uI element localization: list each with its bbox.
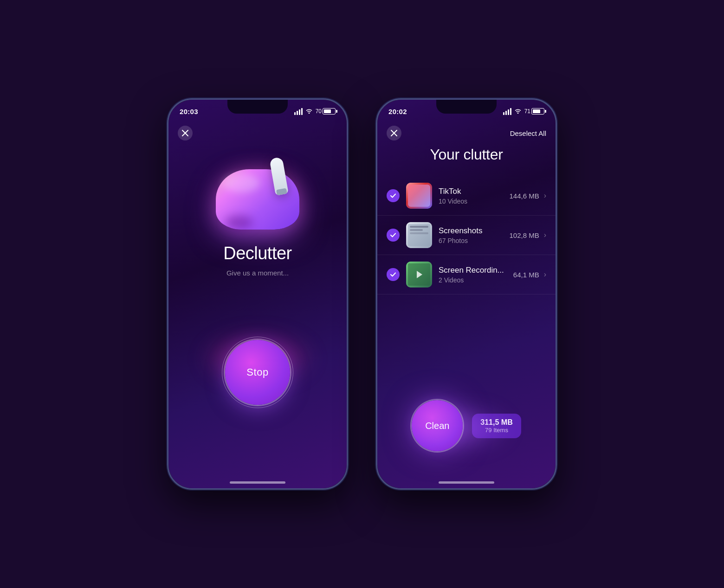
header-row: Deselect All — [377, 126, 556, 141]
declutter-title: Declutter — [168, 243, 347, 263]
thumb-tiktok — [406, 183, 432, 209]
count-recording: 2 Videos — [439, 276, 513, 284]
size-screenshots: 102,8 MB — [509, 231, 539, 239]
deselect-all-button[interactable]: Deselect All — [510, 129, 546, 137]
home-indicator-left — [230, 481, 285, 484]
thumb-recording — [406, 262, 432, 288]
count-tiktok: 10 Videos — [439, 198, 509, 205]
app-icon-body — [216, 169, 299, 230]
battery-percent-right: 71 — [524, 108, 530, 115]
stop-button-label: Stop — [246, 366, 268, 378]
info-tiktok: TikTok 10 Videos — [439, 187, 509, 205]
app-icon — [216, 155, 299, 230]
name-screenshots: Screenshots — [439, 226, 509, 236]
phone-left-screen: 20:03 70 — [168, 100, 347, 488]
info-screenshots: Screenshots 67 Photos — [439, 226, 509, 244]
clutter-item-tiktok[interactable]: TikTok 10 Videos 144,6 MB › — [377, 176, 556, 216]
close-button-left[interactable] — [178, 126, 193, 141]
phone-right-screen: 20:02 71 — [377, 100, 556, 488]
bottom-clean-area: Clean 311,5 MB 79 Items — [377, 400, 556, 451]
chevron-recording: › — [544, 270, 546, 279]
clutter-list: TikTok 10 Videos 144,6 MB › — [377, 176, 556, 294]
check-screenshots[interactable] — [387, 229, 400, 242]
name-recording: Screen Recordin... — [439, 266, 513, 275]
close-button-right[interactable] — [387, 126, 401, 141]
count-screenshots: 67 Photos — [439, 237, 509, 244]
notch-left — [227, 100, 288, 114]
size-recording: 64,1 MB — [513, 271, 539, 279]
check-recording[interactable] — [387, 268, 400, 281]
info-recording: Screen Recordin... 2 Videos — [439, 266, 513, 284]
battery-left: 70 — [316, 108, 336, 115]
status-icons-left: 70 — [294, 108, 336, 115]
clutter-item-screenshots[interactable]: Screenshots 67 Photos 102,8 MB › — [377, 216, 556, 255]
battery-right: 71 — [524, 108, 544, 115]
wifi-icon-left — [305, 108, 313, 115]
home-indicator-right — [439, 481, 494, 484]
stop-button[interactable]: Stop — [225, 340, 290, 405]
clean-button[interactable]: Clean — [412, 400, 463, 451]
phone-right-background: 20:02 71 — [377, 100, 556, 488]
thumb-screenshots — [406, 222, 432, 248]
signal-icon-right — [503, 108, 511, 115]
time-left: 20:03 — [180, 108, 198, 115]
chevron-screenshots: › — [544, 231, 546, 239]
notch-right — [436, 100, 497, 114]
wifi-icon-right — [514, 108, 522, 115]
size-tiktok: 144,6 MB — [509, 192, 539, 200]
time-right: 20:02 — [388, 108, 407, 115]
status-icons-right: 71 — [503, 108, 544, 115]
phone-right: 20:02 71 — [376, 98, 557, 490]
check-tiktok[interactable] — [387, 189, 400, 202]
clutter-item-recording[interactable]: Screen Recordin... 2 Videos 64,1 MB › — [377, 255, 556, 294]
clean-button-label: Clean — [425, 421, 449, 431]
phone-left-background: 20:03 70 — [168, 100, 347, 488]
battery-percent-left: 70 — [316, 108, 322, 115]
signal-icon-left — [294, 108, 303, 115]
clutter-page-title: Your clutter — [377, 146, 556, 163]
name-tiktok: TikTok — [439, 187, 509, 196]
declutter-subtitle: Give us a moment... — [168, 269, 347, 277]
phone-left: 20:03 70 — [167, 98, 348, 490]
chevron-tiktok: › — [544, 192, 546, 200]
